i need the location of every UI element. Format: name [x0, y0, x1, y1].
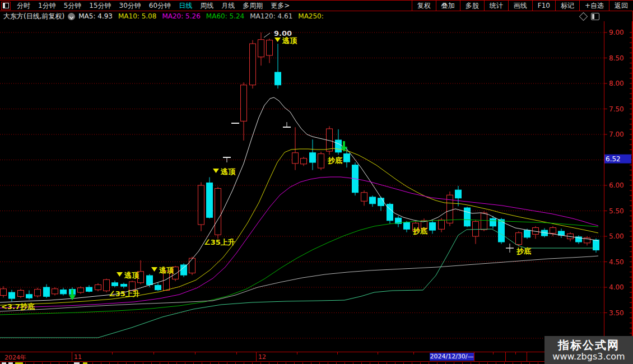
stock-app-window: 分时1分钟5分钟15分钟30分钟60分钟日线周线月线多周期更多> 复权叠加多股统…	[0, 0, 633, 364]
candle-up	[439, 220, 445, 229]
month-separator	[474, 352, 474, 361]
watermark-url: www.zbgs3.com	[552, 351, 625, 362]
ma-line-MA5	[0, 97, 598, 302]
candle-up	[215, 188, 221, 235]
candle-down	[310, 153, 316, 162]
price-tick-label: 5.00	[609, 232, 624, 240]
candle-down	[499, 220, 505, 242]
candle-up	[361, 193, 367, 201]
candle-up	[516, 233, 522, 245]
signal-label: 逃顶	[159, 266, 174, 274]
candle-up	[258, 40, 264, 57]
chart-annotation: 抄底	[327, 156, 342, 165]
candle-down	[404, 222, 410, 229]
candle-down	[455, 190, 462, 198]
signal-label: 逃顶	[124, 271, 139, 279]
signal-label: 逃顶	[282, 36, 297, 45]
candle-up	[318, 154, 324, 168]
ma-line-支撑线	[0, 229, 595, 338]
peak-leader-line	[264, 33, 270, 38]
candle-down	[464, 208, 471, 226]
candle-down	[370, 197, 376, 204]
candle-up	[18, 290, 24, 296]
month-separator	[505, 352, 506, 361]
date-tick	[413, 352, 414, 354]
candle-up	[241, 85, 247, 122]
candle-up	[35, 290, 41, 296]
ma-lines	[0, 97, 598, 338]
candlestick-chart: 9.008.508.007.507.006.506.005.505.004.50…	[0, 0, 633, 364]
price-tick-label: 7.00	[609, 130, 624, 138]
candle-up	[95, 284, 101, 290]
candle-up	[1, 289, 7, 296]
price-tick-label: 4.00	[609, 283, 624, 291]
candle-down	[147, 276, 153, 284]
cursor-date-label: 2024/12/30/—	[430, 353, 474, 361]
sell-triangle-icon	[274, 38, 281, 42]
date-tick	[378, 352, 378, 354]
site-watermark: 指标公式网 www.zbgs3.com	[544, 336, 633, 364]
candle-down	[112, 283, 118, 286]
chart-annotation: <3.7抄底	[1, 302, 35, 311]
candle-up	[189, 258, 196, 273]
x-label-nov: 11	[74, 353, 82, 361]
price-tick-label: 5.50	[609, 207, 624, 215]
date-tick	[153, 352, 154, 354]
candle-up	[78, 288, 84, 292]
candle-down	[430, 222, 436, 230]
candle-down	[344, 154, 350, 162]
candle-down	[155, 285, 161, 290]
date-tick	[515, 352, 516, 354]
signal-label: 逃顶	[220, 167, 236, 176]
price-tick-label: 7.50	[609, 105, 624, 113]
price-tick-label: 9.00	[609, 29, 624, 36]
candle-up	[198, 185, 204, 225]
candle-down	[275, 72, 281, 85]
date-tick	[297, 352, 297, 354]
candle-up	[250, 44, 256, 85]
watermark-site-name: 指标公式网	[558, 339, 620, 351]
date-tick	[493, 352, 494, 354]
signal-markers: 逃顶逃顶逃顶逃顶	[69, 36, 514, 300]
price-tick-label: 4.50	[609, 258, 624, 266]
candle-down	[387, 204, 393, 221]
month-separator	[256, 352, 257, 361]
clipped-next-pane	[0, 362, 633, 364]
candle-down	[593, 240, 599, 250]
chart-annotation: 9.00	[274, 29, 292, 38]
month-separator	[527, 352, 527, 361]
candle-down	[86, 287, 92, 291]
candle-down	[60, 290, 67, 294]
date-axis: 2024年 11 12 2024/12/30/—	[0, 352, 633, 362]
candle-up	[52, 289, 58, 294]
date-tick	[236, 352, 237, 354]
price-axis: 9.008.508.007.507.006.506.005.505.004.50…	[604, 21, 632, 352]
candle-up	[301, 158, 307, 164]
chart-annotation: ∠35上升	[109, 290, 140, 298]
chart-annotation: 抄底	[412, 227, 427, 235]
candle-up	[481, 213, 487, 230]
price-tick-label: 8.00	[609, 80, 624, 87]
sell-triangle-icon	[151, 267, 157, 272]
candle-up	[550, 228, 556, 234]
candle-down	[524, 230, 530, 237]
candle-up	[267, 40, 273, 55]
candle-down	[378, 198, 384, 206]
candle-down	[181, 265, 187, 275]
sell-triangle-icon	[213, 169, 219, 173]
candle-up	[292, 153, 299, 164]
candle-down	[207, 183, 213, 217]
annotations: 9.00抄底抄底抄底∠35上升∠35上升<3.7抄底	[1, 29, 531, 311]
sell-triangle-icon	[117, 272, 123, 277]
candles	[1, 32, 599, 301]
ma-line-MA60	[0, 220, 598, 315]
current-price-value: 6.52	[606, 155, 621, 163]
date-tick	[195, 352, 196, 354]
candle-down	[490, 218, 496, 226]
candle-up	[473, 222, 479, 236]
ma-line-MA10	[0, 148, 598, 305]
price-gridlines	[0, 32, 604, 338]
price-tick-label: 6.00	[609, 181, 624, 189]
chart-annotation: 抄底	[516, 247, 531, 255]
x-label-year: 2024年	[4, 353, 26, 362]
